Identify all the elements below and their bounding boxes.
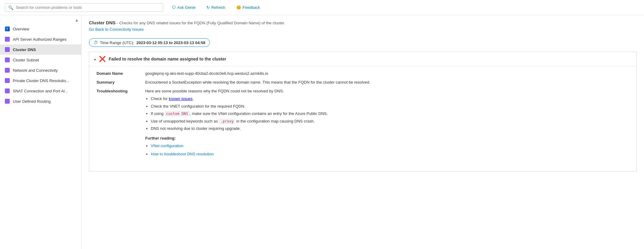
search-input[interactable] (16, 5, 160, 10)
result-header: ▴ ❌ Failed to resolve the domain name as… (89, 52, 636, 66)
result-card: ▴ ❌ Failed to resolve the domain name as… (89, 52, 637, 171)
dns-troubleshoot-link[interactable]: How to troubleshoot DNS resolution (151, 152, 214, 156)
troubleshooting-item-5: DNS not resolving due to cluster requiri… (151, 126, 629, 132)
troubleshooting-item-2: Check the VNET configuration for the req… (151, 103, 629, 109)
troubleshooting-item-4: Use of unsupported keywords such as .pro… (151, 118, 629, 124)
sidebar: ▲ i Overview API Server Authorized Range… (0, 15, 82, 249)
known-issues-link[interactable]: known issues (169, 96, 192, 101)
sidebar-item-snat[interactable]: SNAT Connection and Port Al... (0, 86, 81, 96)
sidebar-item-private-cluster[interactable]: Private Cluster DNS Resolutio... (0, 75, 81, 86)
error-icon: ❌ (99, 56, 106, 62)
sidebar-item-network-connectivity[interactable]: Network and Connectivity (0, 65, 81, 75)
sidebar-item-overview[interactable]: i Overview (0, 24, 81, 34)
domain-name-row: Domain Name googleproj-rg-aks-test-supp-… (97, 71, 629, 76)
private-cluster-icon (5, 78, 10, 83)
main-layout: ▲ i Overview API Server Authorized Range… (0, 15, 644, 249)
top-bar: 🔍 🗨 Ask Genie ↻ Refresh 😊 Feedback (0, 0, 644, 15)
api-server-icon (5, 37, 10, 42)
summary-row: Summary Encountered a SocketException wh… (97, 80, 629, 85)
content-area: Cluster DNS - Checks for any DNS related… (82, 15, 644, 249)
troubleshooting-item-3: If using custom DNS, make sure the VNet … (151, 111, 629, 117)
troubleshooting-item-1: Check for known issues. (151, 96, 629, 102)
summary-label: Summary (97, 80, 145, 85)
further-reading-item-2: How to troubleshoot DNS resolution (151, 151, 629, 157)
page-header: Cluster DNS - Checks for any DNS related… (89, 20, 637, 32)
cluster-dns-icon (5, 47, 10, 52)
search-box[interactable]: 🔍 (5, 3, 163, 12)
troubleshooting-row: Troubleshooting Here are some possible r… (97, 89, 629, 160)
collapse-button[interactable]: ▴ (94, 57, 96, 61)
refresh-button[interactable]: ↻ Refresh (204, 4, 228, 11)
refresh-icon: ↻ (206, 5, 210, 10)
custom-dns-code: custom DNS (165, 111, 190, 116)
sidebar-item-cluster-subnet[interactable]: Cluster Subnet (0, 55, 81, 65)
ask-genie-button[interactable]: 🗨 Ask Genie (169, 4, 198, 11)
further-reading-label: Further reading: (145, 136, 629, 140)
sidebar-collapse-arrow[interactable]: ▲ (0, 16, 81, 24)
result-title: Failed to resolve the domain name assign… (109, 57, 226, 61)
vnet-config-link[interactable]: VNet configuration (151, 144, 183, 148)
top-actions: 🗨 Ask Genie ↻ Refresh 😊 Feedback (169, 4, 262, 11)
time-range-label: Time Range (UTC): (100, 40, 134, 45)
time-range-value: 2023-03-12 05:13 to 2023-03-13 04:58 (136, 40, 205, 45)
summary-value: Encountered a SocketException while reso… (145, 80, 629, 85)
sidebar-item-api-server[interactable]: API Server Authorized Ranges (0, 34, 81, 44)
further-reading-list: VNet configuration How to troubleshoot D… (145, 143, 629, 157)
clock-icon: ⏱ (93, 40, 98, 45)
domain-label: Domain Name (97, 71, 145, 76)
troubleshooting-content: Here are some possible reasons why the F… (145, 89, 629, 160)
sidebar-item-user-routing[interactable]: User Defined Routing (0, 96, 81, 106)
overview-icon: i (5, 26, 10, 31)
troubleshooting-intro: Here are some possible reasons why the F… (145, 89, 629, 93)
troubleshooting-list: Check for known issues. Check the VNET c… (145, 96, 629, 132)
search-icon: 🔍 (8, 5, 13, 10)
genie-icon: 🗨 (172, 5, 176, 10)
result-body: Domain Name googleproj-rg-aks-test-supp-… (89, 66, 636, 171)
sidebar-item-cluster-dns[interactable]: Cluster DNS (0, 44, 81, 55)
cluster-subnet-icon (5, 57, 10, 62)
domain-value: googleproj-rg-aks-test-supp-40cba2-dccdc… (145, 71, 629, 76)
page-title: Cluster DNS - Checks for any DNS related… (89, 20, 637, 25)
feedback-button[interactable]: 😊 Feedback (234, 4, 262, 11)
user-routing-icon (5, 99, 10, 104)
snat-icon (5, 88, 10, 93)
further-reading-item-1: VNet configuration (151, 143, 629, 149)
troubleshooting-label: Troubleshooting (97, 89, 145, 160)
network-icon (5, 68, 10, 73)
feedback-icon: 😊 (236, 5, 241, 10)
back-link[interactable]: Go Back to Connectivity Issues (89, 27, 144, 32)
time-range-selector[interactable]: ⏱ Time Range (UTC): 2023-03-12 05:13 to … (89, 38, 210, 47)
proxy-code: .proxy (219, 119, 235, 124)
